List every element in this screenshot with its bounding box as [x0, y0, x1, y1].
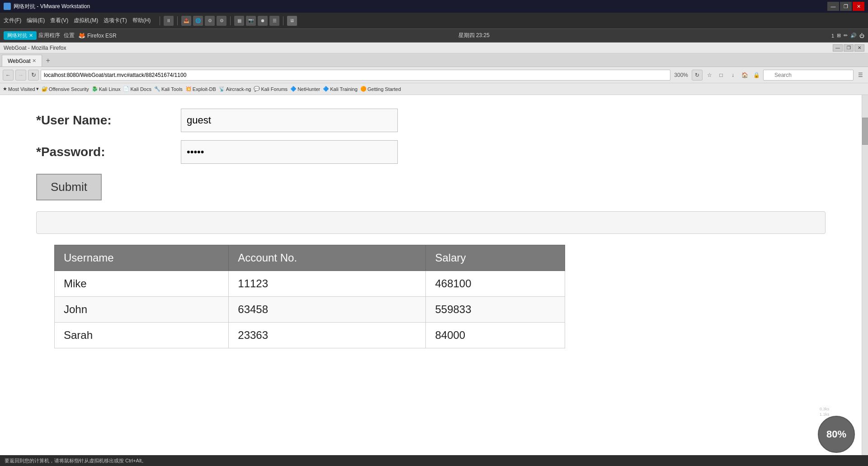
bookmark-kali-linux[interactable]: 🐉 Kali Linux: [92, 86, 121, 92]
speed-indicator-container: 80% 0.3ks 1.1ks: [816, 414, 857, 455]
bookmark-nethunter[interactable]: 🔷 NetHunter: [290, 86, 320, 92]
username-input[interactable]: [181, 109, 398, 132]
minimize-button[interactable]: —: [827, 2, 839, 11]
col-account: Account No.: [229, 245, 426, 271]
maximize-button[interactable]: ❐: [840, 2, 852, 11]
bookmark-star-icon[interactable]: ☆: [704, 70, 714, 80]
refresh-button[interactable]: ↻: [28, 70, 39, 81]
back-button[interactable]: ←: [3, 70, 14, 81]
browser-tab-label: WebGoat: [8, 58, 30, 64]
menu-tab[interactable]: 选项卡(T): [104, 17, 127, 24]
title-bar-left: 网络对抗 - VMware Workstation: [4, 3, 90, 10]
nav-bar: ← → ↻ 300% ↻ ☆ □ ↓ 🏠 🔒 🔍 ☰: [0, 67, 868, 83]
taskbar-vm-tab[interactable]: 网络对抗 ✕: [4, 31, 37, 40]
separator-4: [283, 16, 283, 25]
download-icon[interactable]: ↓: [728, 70, 738, 80]
browser-tab-close[interactable]: ✕: [32, 58, 36, 64]
cell-username-1: Mike: [55, 271, 229, 297]
firefox-title: WebGoat - Mozilla Firefox: [4, 45, 66, 51]
bookmark-aircrack[interactable]: 📡 Aircrack-ng: [219, 86, 251, 92]
toolbar-vm-icon[interactable]: 🖥: [287, 16, 297, 26]
toolbar-multi-icon[interactable]: ☰: [269, 16, 279, 26]
toolbar-screen-icon[interactable]: ▦: [234, 16, 244, 26]
status-bar: 要返回到您的计算机，请将鼠标指针从虚拟机移出或按 Ctrl+Alt。: [0, 455, 868, 466]
toolbar-snap-icon[interactable]: 📷: [246, 16, 256, 26]
zoom-refresh-button[interactable]: ↻: [692, 70, 703, 81]
separator-2: [177, 16, 178, 25]
bookmark-kali-docs[interactable]: 📄 Kali Docs: [123, 86, 151, 92]
vmware-menu: 文件(F) 编辑(E) 查看(V) 虚拟机(M) 选项卡(T) 帮助(H): [4, 17, 151, 24]
scrollbar-thumb[interactable]: [862, 118, 868, 145]
bookmark-started-icon: 🟠: [360, 86, 367, 92]
toolbar-send-icon[interactable]: 📤: [181, 16, 191, 26]
speed-value: 80%: [826, 428, 846, 440]
taskbar-icon-4[interactable]: ⏻: [859, 33, 864, 38]
taskbar-browser[interactable]: Firefox ESR: [87, 33, 117, 39]
bookmark-most-visited[interactable]: ★ Most Visited▾: [3, 86, 39, 92]
bookmark-forums[interactable]: 💬 Kali Forums: [254, 86, 288, 92]
taskbar-pos[interactable]: 位置: [64, 32, 75, 39]
bookmarks-bar: ★ Most Visited▾ 🔐 Offensive Security 🐉 K…: [0, 83, 868, 95]
menu-view[interactable]: 查看(V): [50, 17, 68, 24]
menu-help[interactable]: 帮助(H): [132, 17, 151, 24]
cell-account-2: 63458: [229, 297, 426, 323]
col-username: Username: [55, 245, 229, 271]
menu-vm[interactable]: 虚拟机(M): [74, 17, 98, 24]
taskbar-icon-3[interactable]: 🔊: [850, 33, 857, 38]
bookmark-started[interactable]: 🟠 Getting Started: [360, 86, 401, 92]
ff-maximize[interactable]: ❐: [844, 44, 854, 52]
taskbar-tab-close[interactable]: ✕: [29, 33, 33, 38]
bookmark-offensive-icon: 🔐: [42, 86, 48, 92]
new-tab-button[interactable]: +: [42, 55, 53, 67]
title-bar: 网络对抗 - VMware Workstation — ❐ ✕: [0, 0, 868, 13]
taskbar-browser-icon: 🦊: [78, 32, 85, 39]
separator-1: [160, 16, 160, 25]
forward-button[interactable]: →: [15, 70, 26, 81]
taskbar-time: 星期四 23:25: [458, 32, 490, 39]
username-row: *User Name:: [36, 109, 826, 132]
cell-username-2: John: [55, 297, 229, 323]
bookmark-exploit[interactable]: 💥 Exploit-DB: [185, 86, 216, 92]
bookmark-offensive[interactable]: 🔐 Offensive Security: [42, 86, 89, 92]
password-input[interactable]: [181, 140, 398, 164]
taskbar-icon-1[interactable]: ⊞: [837, 33, 841, 38]
close-button[interactable]: ✕: [853, 2, 864, 11]
browser-tab[interactable]: WebGoat ✕: [2, 55, 42, 67]
submit-button[interactable]: Submit: [36, 174, 102, 200]
username-label: *User Name:: [36, 113, 181, 128]
home-icon[interactable]: 🏠: [740, 70, 750, 80]
toolbar-rec-icon[interactable]: ⏺: [258, 16, 268, 26]
search-input[interactable]: [763, 70, 854, 81]
title-bar-text: 网络对抗 - VMware Workstation: [14, 3, 90, 10]
menu-edit[interactable]: 编辑(E): [27, 17, 45, 24]
taskbar-apps[interactable]: 应用程序: [38, 32, 60, 39]
bookmark-aircrack-icon: 📡: [219, 86, 225, 92]
menu-icon[interactable]: ☰: [855, 70, 865, 80]
bookmark-kali-icon: 🐉: [92, 86, 98, 92]
cell-username-3: Sarah: [55, 323, 229, 348]
status-text: 要返回到您的计算机，请将鼠标指针从虚拟机移出或按 Ctrl+Alt。: [5, 457, 146, 464]
zoom-display: 300%: [672, 72, 690, 78]
toolbar-usb-icon[interactable]: ⚙: [205, 16, 215, 26]
url-bar[interactable]: [41, 70, 670, 81]
separator-3: [230, 16, 231, 25]
scrollbar-track[interactable]: [862, 95, 868, 466]
security-icon[interactable]: 🔒: [751, 70, 761, 80]
cell-salary-1: 468100: [426, 271, 565, 297]
bookmark-kali-tools[interactable]: 🔧 Kali Tools: [154, 86, 183, 92]
bookmark-icon[interactable]: □: [716, 70, 726, 80]
bookmark-nethunter-icon: 🔷: [290, 86, 297, 92]
search-container: 🔍: [763, 70, 854, 81]
bookmark-training[interactable]: 🔷 Kali Training: [323, 86, 358, 92]
ff-close[interactable]: ✕: [854, 44, 864, 52]
tab-bar: WebGoat ✕ +: [0, 53, 868, 67]
toolbar-settings-icon[interactable]: ⚙: [217, 16, 226, 26]
taskbar-icon-2[interactable]: ✏: [844, 33, 848, 38]
toolbar-globe-icon[interactable]: 🌐: [193, 16, 203, 26]
ff-minimize[interactable]: —: [833, 44, 843, 52]
table-row: Mike 11123 468100: [55, 271, 565, 297]
result-box: [36, 211, 826, 234]
toolbar-pause-icon[interactable]: ⏸: [164, 16, 174, 26]
firefox-titlebar-btns: — ❐ ✕: [833, 44, 864, 52]
menu-file[interactable]: 文件(F): [4, 17, 21, 24]
